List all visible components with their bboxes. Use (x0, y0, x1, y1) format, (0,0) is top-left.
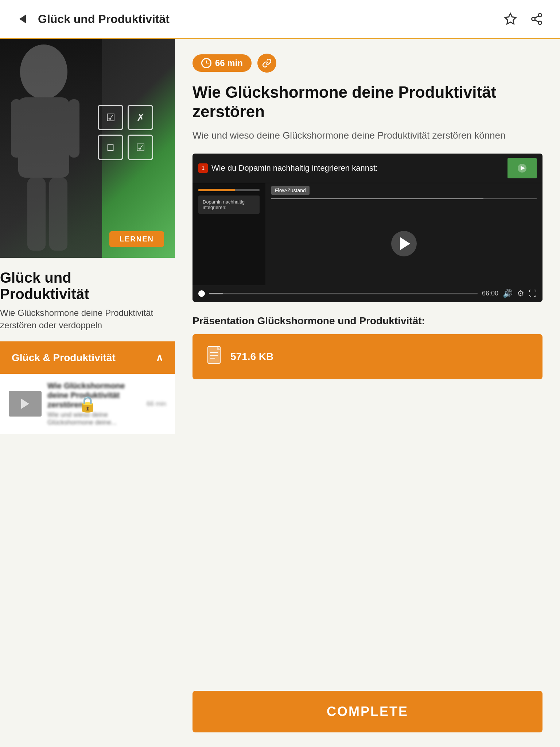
svg-point-3 (538, 21, 542, 24)
right-column: 66 min Wie Glückshormone deine Produktiv… (175, 39, 560, 434)
video-num-badge: 1 (198, 163, 208, 173)
video-player[interactable]: 1 Wie du Dopamin nachhaltig integrieren … (192, 154, 542, 302)
header: Glück und Produktivität (0, 0, 560, 39)
presentation-label: Präsentation Glückshormone und Produktiv… (192, 315, 542, 327)
section-header[interactable]: Glück & Produktivität ∧ (0, 341, 175, 374)
svg-rect-10 (27, 178, 46, 251)
video-center: Flow-Zustand (265, 183, 542, 285)
course-title: Glück und Produktivität (0, 270, 163, 302)
progress-track[interactable] (209, 293, 478, 294)
quiz-grid: ☑ ✗ □ ☑ (98, 105, 153, 160)
lock-icon: 🔒 (78, 395, 97, 413)
progress-circle (198, 290, 205, 297)
svg-line-4 (535, 20, 538, 22)
video-main-area: Dopamin nachhaltig integrieren: Flow-Zus… (192, 183, 542, 285)
share-button[interactable] (528, 10, 545, 28)
file-download-card[interactable]: 571.6 KB (192, 334, 542, 379)
video-progress-bar: Flow-Zustand (265, 183, 542, 202)
section-title: Glück & Produktivität (12, 352, 116, 364)
file-icon (207, 345, 223, 368)
section-item[interactable]: Wie Glückshormone deine Produktivität ze… (0, 374, 175, 434)
chevron-up-icon: ∧ (156, 352, 163, 364)
article-title: Wie Glückshormone deine Produktivität ze… (192, 83, 542, 121)
quiz-cell-4: ☑ (128, 135, 153, 160)
complete-btn-wrapper: COMPLETE (192, 691, 542, 732)
video-top-bar: 1 Wie du Dopamin nachhaltig integrieren … (192, 154, 542, 183)
thumbnail-image (508, 158, 537, 178)
svg-point-1 (538, 13, 542, 17)
fullscreen-icon[interactable]: ⛶ (529, 289, 537, 298)
meta-row: 66 min (192, 54, 542, 73)
back-arrow-icon (19, 15, 26, 23)
video-thumbnail-right (508, 158, 537, 178)
course-section: Glück & Produktivität ∧ Wie Glückshormon… (0, 341, 175, 434)
file-size: 571.6 KB (230, 351, 273, 363)
svg-line-5 (535, 16, 538, 18)
svg-point-6 (20, 44, 67, 99)
back-button[interactable] (15, 11, 31, 27)
svg-rect-8 (11, 99, 22, 158)
svg-rect-7 (18, 97, 69, 178)
course-subtitle: Wie Glückshormone deine Produktivität ze… (0, 307, 163, 331)
course-image: ☑ ✗ □ ☑ LERNEN (0, 39, 175, 258)
duration-label: 66 min (215, 58, 243, 68)
svg-rect-11 (49, 178, 67, 251)
course-image-bg: ☑ ✗ □ ☑ LERNEN (0, 39, 175, 258)
volume-icon[interactable]: 🔊 (503, 289, 513, 298)
lernen-badge[interactable]: LERNEN (109, 231, 164, 247)
person-silhouette (0, 39, 109, 258)
quiz-cell-2: ✗ (128, 105, 153, 130)
video-controls: 66:00 🔊 ⚙ ⛶ (192, 285, 542, 302)
quiz-cell-3: □ (98, 135, 123, 160)
time-label: 66:00 (482, 290, 498, 297)
header-left: Glück und Produktivität (15, 11, 170, 27)
progress-fill (209, 293, 223, 294)
flow-label: Flow-Zustand (271, 186, 310, 195)
link-icon (262, 58, 272, 68)
link-button[interactable] (257, 54, 276, 73)
left-column: ☑ ✗ □ ☑ LERNEN Glück und Produktivität W… (0, 39, 175, 434)
video-top-title: Wie du Dopamin nachhaltig integrieren ka… (211, 163, 504, 173)
svg-point-2 (532, 18, 535, 21)
complete-button[interactable]: COMPLETE (192, 691, 542, 732)
svg-marker-0 (505, 13, 516, 24)
lock-overlay: 🔒 (0, 374, 175, 434)
article-subtitle: Wie und wieso deine Glückshormone deine … (192, 129, 542, 142)
video-sidebar-item: Dopamin nachhaltig integrieren: (198, 196, 260, 214)
video-sidebar-left: Dopamin nachhaltig integrieren: (192, 183, 265, 285)
bookmark-button[interactable] (502, 10, 519, 28)
header-title: Glück und Produktivität (38, 12, 170, 26)
header-right (502, 10, 545, 28)
clock-icon (201, 58, 211, 68)
course-info: Glück und Produktivität Wie Glückshormon… (0, 258, 175, 337)
duration-badge: 66 min (192, 54, 252, 72)
share-icon (530, 12, 543, 26)
sidebar-item-label: Dopamin nachhaltig integrieren: (203, 199, 255, 210)
video-play-area[interactable] (265, 202, 542, 285)
main-content: ☑ ✗ □ ☑ LERNEN Glück und Produktivität W… (0, 39, 560, 434)
play-triangle-icon (400, 237, 410, 250)
svg-rect-9 (69, 99, 79, 158)
bookmark-icon (504, 12, 517, 26)
play-button[interactable] (391, 231, 417, 256)
quiz-cell-1: ☑ (98, 105, 123, 130)
settings-icon[interactable]: ⚙ (517, 289, 524, 298)
